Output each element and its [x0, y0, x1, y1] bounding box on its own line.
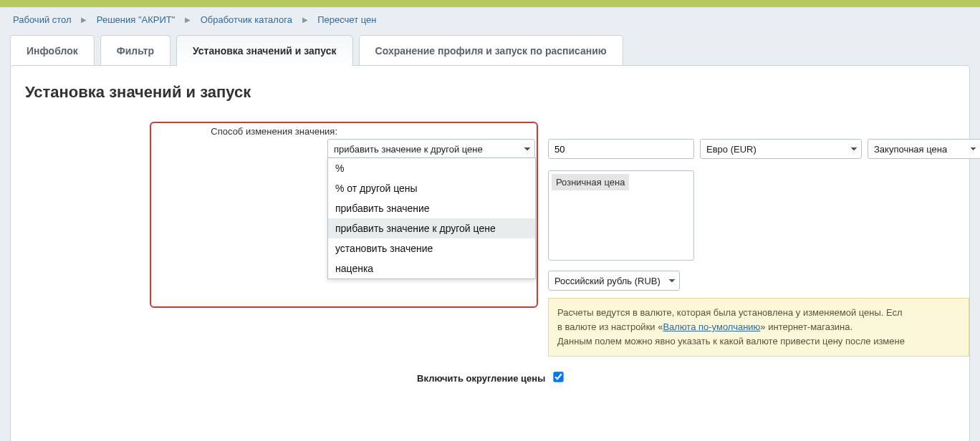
page-title: Установка значений и запуск	[25, 83, 955, 102]
method-option-percent-other[interactable]: % от другой цены	[328, 178, 535, 198]
info-note: Расчеты ведутся в валюте, которая была у…	[548, 298, 969, 357]
method-label: Способ изменения значения:	[25, 122, 337, 137]
method-option-add-other[interactable]: прибавить значение к другой цене	[328, 218, 535, 238]
tab-set-values[interactable]: Установка значений и запуск	[176, 35, 353, 66]
rounding-label: Включить округление цены	[417, 373, 545, 384]
listbox-item-retail[interactable]: Розничная цена	[552, 174, 629, 190]
chevron-right-icon: ▶	[302, 16, 308, 24]
method-select[interactable]: прибавить значение к другой цене	[327, 139, 535, 159]
chevron-right-icon: ▶	[81, 16, 87, 24]
note-text-2b: » интернет-магазина.	[760, 321, 852, 332]
tab-filter[interactable]: Фильтр	[100, 35, 170, 66]
note-text-1: Расчеты ведутся в валюте, которая была у…	[557, 307, 903, 318]
breadcrumb: Рабочий стол ▶ Решения "АКРИТ" ▶ Обработ…	[0, 7, 980, 35]
note-text-3: Данным полем можно явно указать к какой …	[557, 336, 905, 346]
main-panel: Установка значений и запуск Способ измен…	[10, 65, 970, 441]
method-option-add[interactable]: прибавить значение	[328, 198, 535, 218]
breadcrumb-item-1[interactable]: Решения "АКРИТ"	[97, 14, 176, 25]
breadcrumb-item-0[interactable]: Рабочий стол	[13, 14, 72, 25]
tab-infoblock[interactable]: Инфоблок	[10, 35, 95, 66]
tabs-bar: Инфоблок Фильтр Установка значений и зап…	[0, 35, 980, 66]
value-input[interactable]	[548, 139, 694, 159]
default-currency-link[interactable]: Валюта по-умолчанию	[663, 321, 760, 332]
note-text-2a: в валюте из настройки «	[557, 321, 663, 332]
rounding-checkbox[interactable]	[553, 372, 563, 382]
method-option-percent[interactable]: %	[328, 158, 535, 178]
top-accent-bar	[0, 0, 980, 7]
result-currency-select[interactable]: Российский рубль (RUB)	[548, 271, 680, 291]
method-option-set[interactable]: установить значение	[328, 238, 535, 258]
currency-select[interactable]: Евро (EUR)	[700, 139, 862, 159]
rounding-row: Включить округление цены	[11, 372, 969, 384]
breadcrumb-item-2[interactable]: Обработчик каталога	[201, 14, 292, 25]
method-option-markup[interactable]: наценка	[328, 258, 535, 278]
tab-save-profile[interactable]: Сохранение профиля и запуск по расписани…	[359, 35, 623, 66]
breadcrumb-item-3[interactable]: Пересчет цен	[317, 14, 376, 25]
chevron-right-icon: ▶	[185, 16, 191, 24]
target-price-listbox[interactable]: Розничная цена	[548, 170, 694, 261]
price-type-select[interactable]: Закупочная цена	[868, 139, 980, 159]
method-dropdown[interactable]: % % от другой цены прибавить значение пр…	[327, 158, 536, 279]
